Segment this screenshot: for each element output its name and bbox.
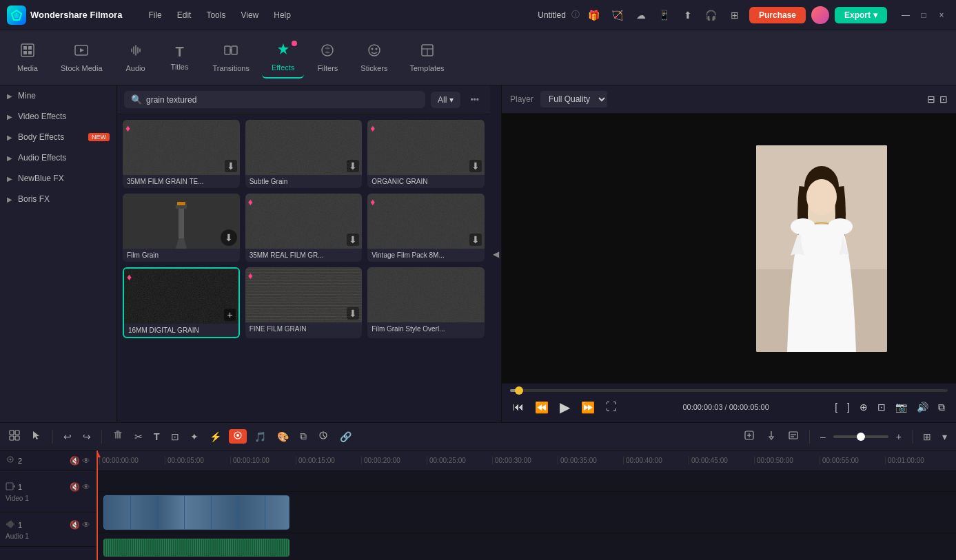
timeline-link-btn[interactable]: 🔗 — [336, 429, 355, 444]
effect-card-film-grain[interactable]: ⬇ Film Grain — [123, 194, 240, 262]
effect-card-35mm-grain-te[interactable]: ♦ ⬇ 35MM FILM GRAIN TE... — [123, 120, 240, 188]
effect-card-subtle-grain[interactable]: ⬇ Subtle Grain — [245, 120, 363, 188]
menu-tools[interactable]: Tools — [199, 8, 232, 23]
gift-icon-btn[interactable]: 🎁 — [585, 6, 603, 24]
search-input[interactable] — [146, 95, 418, 105]
pip-button[interactable]: ⧉ — [935, 400, 948, 415]
download-icon[interactable]: ⬇ — [347, 160, 359, 172]
download-icon[interactable]: ⬇ — [225, 160, 237, 172]
mark-out-button[interactable]: ] — [844, 400, 853, 414]
menu-help[interactable]: Help — [267, 8, 298, 23]
menu-edit[interactable]: Edit — [170, 8, 199, 23]
timeline-cut-btn[interactable]: ✂ — [131, 429, 146, 444]
timeline-undo-btn[interactable]: ↩ — [60, 429, 75, 444]
timeline-scene-btn[interactable] — [6, 428, 23, 445]
effect-card-fine-film-grain[interactable]: ♦ ⬇ FINE FILM GRAIN — [245, 267, 363, 338]
toolbar-transitions[interactable]: Transitions — [203, 37, 259, 78]
step-forward-button[interactable]: ⏩ — [578, 400, 598, 415]
crop-ctrl-button[interactable]: ⊡ — [875, 400, 888, 414]
volume-button[interactable]: 🔊 — [914, 400, 931, 414]
rewind-button[interactable]: ⏮ — [510, 400, 527, 415]
timeline-zoom-out-btn[interactable]: – — [817, 429, 829, 444]
video-clip-1[interactable] — [103, 495, 289, 530]
timeline-zoom-in-btn[interactable]: + — [893, 429, 905, 444]
crop-icon[interactable]: ⊡ — [939, 94, 948, 105]
sidebar-item-video-effects[interactable]: ▶ Video Effects — [0, 106, 116, 127]
zoom-slider[interactable] — [833, 435, 888, 438]
play-button[interactable]: ▶ — [557, 397, 573, 417]
toolbar-effects[interactable]: Effects — [262, 37, 304, 79]
effect-card-film-grain-style[interactable]: Film Grain Style Overl... — [367, 267, 485, 338]
toolbar-audio[interactable]: Audio — [115, 37, 156, 78]
headset-icon-btn[interactable]: 🎧 — [702, 6, 720, 24]
download-icon[interactable]: ⬇ — [347, 234, 359, 246]
timeline-speed-btn[interactable]: ⚡ — [206, 429, 225, 444]
toolbar-titles[interactable]: T Titles — [159, 39, 201, 76]
step-back-button[interactable]: ⏪ — [532, 400, 551, 415]
track-mute-btn-2[interactable]: 🔇 — [70, 456, 80, 466]
download-icon[interactable]: ⬇ — [347, 307, 359, 320]
timeline-subtitle-btn[interactable] — [784, 428, 802, 445]
sidebar-item-newblue-fx[interactable]: ▶ NewBlue FX — [0, 168, 116, 189]
progress-bar[interactable] — [510, 389, 948, 392]
timeline-pip-tl-btn[interactable]: ⧉ — [296, 428, 310, 444]
mark-in-button[interactable]: [ — [832, 400, 840, 414]
effect-card-35mm-real[interactable]: ♦ ⬇ 35MM REAL FILM GR... — [245, 194, 363, 262]
audio-clip-1[interactable] — [103, 539, 289, 557]
timeline-effects-btn[interactable]: ✦ — [187, 429, 202, 444]
track-visibility-btn-video-1[interactable]: 👁 — [82, 482, 90, 492]
collapse-panel-button[interactable]: ◀ — [490, 85, 501, 422]
zoom-thumb[interactable] — [857, 433, 865, 441]
sidebar-item-boris-fx[interactable]: ▶ Boris FX — [0, 189, 116, 209]
arrow-icon-btn[interactable]: 🏹 — [609, 6, 627, 24]
phone-icon-btn[interactable]: 📱 — [655, 6, 673, 24]
split-view-icon[interactable]: ⊟ — [927, 94, 935, 105]
effect-card-16mm-digital[interactable]: ♦ + 16MM DIGITAL GRAIN — [123, 267, 240, 338]
timeline-stabilize-btn[interactable] — [229, 429, 247, 444]
effect-card-vintage-film[interactable]: ♦ ⬇ Vintage Film Pack 8M... — [367, 194, 485, 262]
track-lock-btn-2[interactable]: 👁 — [82, 456, 90, 466]
timeline-color-btn[interactable]: 🎨 — [274, 429, 292, 444]
sidebar-item-mine[interactable]: ▶ Mine — [0, 85, 116, 106]
effect-card-organic-grain[interactable]: ♦ ⬇ ORGANIC GRAIN — [367, 120, 485, 188]
timeline-crop-btn[interactable]: ⊡ — [167, 429, 183, 444]
more-options-button[interactable]: ••• — [466, 92, 483, 107]
track-mute-btn-audio-1[interactable]: 🔇 — [70, 520, 80, 530]
menu-view[interactable]: View — [234, 8, 265, 23]
progress-thumb[interactable] — [515, 386, 523, 395]
cloud-icon-btn[interactable]: ☁ — [632, 6, 650, 24]
timeline-text-btn[interactable]: T — [150, 429, 163, 444]
download-icon[interactable]: ⬇ — [469, 234, 482, 246]
share-icon-btn[interactable]: ⬆ — [679, 6, 697, 24]
timeline-add-track-btn[interactable] — [740, 428, 758, 445]
toolbar-templates[interactable]: Templates — [400, 37, 454, 78]
menu-file[interactable]: File — [141, 8, 168, 23]
insert-button[interactable]: ⊕ — [857, 400, 871, 414]
timeline-right[interactable]: 00:00:00:00 00:00:05:00 00:00:10:00 00:0… — [96, 450, 956, 560]
timeline-motion-btn[interactable] — [314, 428, 332, 445]
toolbar-stickers[interactable]: Stickers — [351, 37, 397, 78]
user-avatar[interactable] — [811, 6, 829, 24]
timeline-delete-btn[interactable] — [109, 428, 127, 445]
maximize-button[interactable]: □ — [916, 8, 931, 23]
snapshot-button[interactable]: 📷 — [893, 400, 910, 414]
toolbar-media[interactable]: Media — [7, 37, 48, 78]
timeline-settings-btn[interactable]: ▾ — [939, 429, 950, 444]
timeline-view-btn[interactable]: ⊞ — [919, 429, 935, 444]
sidebar-item-audio-effects[interactable]: ▶ Audio Effects — [0, 147, 116, 168]
track-visibility-btn-audio-1[interactable]: 👁 — [82, 520, 90, 530]
sidebar-item-body-effects[interactable]: ▶ Body Effects NEW — [0, 127, 116, 147]
timeline-redo-btn[interactable]: ↪ — [79, 429, 94, 444]
toolbar-filters[interactable]: Filters — [307, 37, 348, 78]
track-mute-btn-video-1[interactable]: 🔇 — [70, 482, 80, 492]
minimize-button[interactable]: — — [898, 8, 913, 23]
timeline-audio-btn[interactable]: 🎵 — [251, 429, 269, 444]
timeline-marker-btn[interactable] — [762, 428, 780, 445]
add-icon[interactable]: + — [224, 309, 235, 321]
toolbar-stock-media[interactable]: Stock Media — [51, 37, 112, 78]
timeline-select-btn[interactable] — [28, 428, 45, 445]
purchase-button[interactable]: Purchase — [749, 7, 806, 23]
playhead[interactable] — [96, 450, 98, 560]
fullscreen-button[interactable]: ⛶ — [603, 400, 620, 415]
search-filter-button[interactable]: All ▾ — [431, 92, 460, 108]
